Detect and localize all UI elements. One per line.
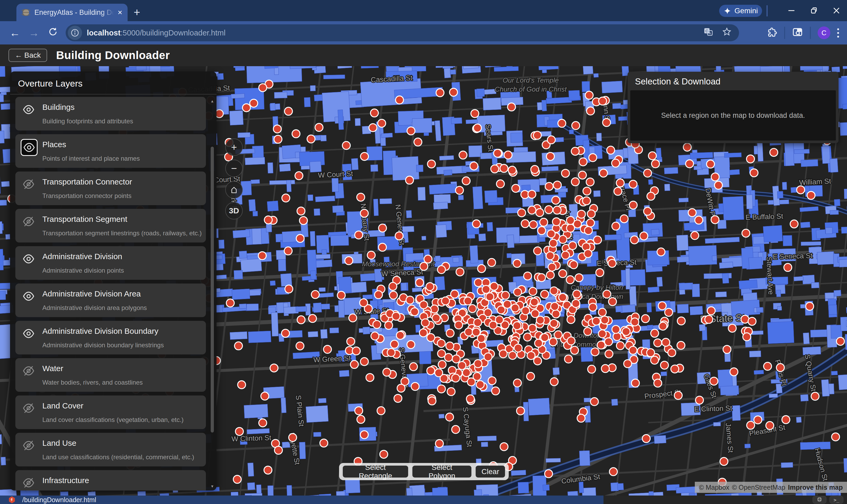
url-text: localhost:5000/buildingDownloader.html <box>87 29 226 37</box>
eye-icon[interactable] <box>21 139 38 156</box>
layer-item-land-cover[interactable]: Land CoverLand cover classifications (ve… <box>15 395 206 429</box>
url-host: localhost <box>87 29 121 37</box>
browser-window: EnergyAtlas - Building Downl × + Gemini … <box>0 0 847 504</box>
forward-nav-icon[interactable]: → <box>24 27 43 39</box>
select-polygon-button[interactable]: Select Polygon <box>412 466 471 478</box>
new-tab-button[interactable]: + <box>134 7 140 18</box>
sparkle-icon <box>723 7 731 15</box>
globe-favicon <box>22 8 30 17</box>
status-url-bubble: /buildingDownloader.html <box>0 496 603 504</box>
layer-description: Land cover classifications (vegetation, … <box>42 416 184 424</box>
zoom-in-button[interactable]: + <box>225 139 243 156</box>
browser-titlebar: EnergyAtlas - Building Downl × + Gemini <box>0 0 847 21</box>
minimize-button[interactable] <box>781 0 802 21</box>
site-info-icon[interactable] <box>68 26 82 40</box>
svg-text:A: A <box>708 31 711 35</box>
layer-item-transportation-segment[interactable]: Transportation SegmentTransportation seg… <box>15 209 206 242</box>
home-button[interactable] <box>225 181 243 199</box>
back-button[interactable]: ← Back <box>8 49 47 62</box>
improve-map-link[interactable]: Improve this map <box>788 484 843 491</box>
osm-attribution-link[interactable]: © OpenStreetMap <box>732 484 785 491</box>
profile-avatar[interactable]: C <box>817 26 830 39</box>
mapbox-attribution-link[interactable]: © Mapbox <box>699 484 729 491</box>
eye-icon[interactable] <box>22 327 35 340</box>
zoom-out-button[interactable]: − <box>225 160 243 177</box>
selection-panel-body: Select a region on the map to download d… <box>630 90 836 141</box>
svg-text:E Clinton St: E Clinton St <box>694 404 733 413</box>
layer-description: Transportation connector points <box>42 192 131 200</box>
overture-layers-panel: Overture Layers BuildingsBuilding footpr… <box>10 71 217 490</box>
eye-icon[interactable] <box>22 252 35 266</box>
gemini-label: Gemini <box>735 6 758 15</box>
back-nav-icon[interactable]: ← <box>5 27 24 39</box>
layer-description: Points of interest and place names <box>42 155 140 162</box>
map-canvas[interactable]: Cascadilla StCascadilla StW Court StCour… <box>0 66 847 496</box>
select-rectangle-button[interactable]: Select Rectangle <box>343 466 408 478</box>
layer-item-administrative-division-area[interactable]: Administrative Division AreaAdministrati… <box>15 284 206 317</box>
selection-download-panel: Selection & Download Select a region on … <box>628 72 839 143</box>
layer-name: Transportation Connector <box>42 177 132 186</box>
extensions-icon[interactable] <box>767 27 777 39</box>
layer-name: Land Use <box>42 438 76 448</box>
eye-off-icon[interactable] <box>22 215 35 229</box>
draw-toolbar: Select Rectangle Select Polygon Clear <box>339 463 509 480</box>
terminal-button[interactable]: >_ <box>830 496 843 503</box>
layer-item-administrative-division-boundary[interactable]: Administrative Division BoundaryAdminist… <box>15 321 206 355</box>
browser-tab[interactable]: EnergyAtlas - Building Downl × <box>16 4 128 21</box>
layer-item-buildings[interactable]: BuildingsBuilding footprints and attribu… <box>15 97 206 130</box>
side-search-icon[interactable] <box>792 27 803 39</box>
clear-button[interactable]: Clear <box>476 466 505 478</box>
eye-off-icon[interactable] <box>22 364 35 378</box>
eye-off-icon[interactable] <box>22 401 35 415</box>
eye-icon[interactable] <box>22 103 35 116</box>
layers-list: BuildingsBuilding footprints and attribu… <box>15 97 206 490</box>
layer-name: Places <box>42 140 66 149</box>
titlebar-separator <box>767 5 768 16</box>
selection-hint-text: Select a region on the map to download d… <box>661 111 805 120</box>
layer-description: Administrative division boundary linestr… <box>42 341 164 349</box>
translate-icon[interactable]: G A <box>704 27 713 39</box>
layer-item-transportation-connector[interactable]: Transportation ConnectorTransportation c… <box>15 172 206 205</box>
browser-toolbar: ← → localhost:5000/buildingDownloader.ht… <box>0 21 847 44</box>
toolbar-right-icons: C <box>767 21 847 44</box>
svg-text:E Seneca St: E Seneca St <box>597 258 637 267</box>
app-header: ← Back Building Downloader <box>0 44 847 66</box>
browser-menu-icon[interactable] <box>837 28 839 38</box>
layer-item-administrative-division[interactable]: Administrative DivisionAdministrative di… <box>15 246 206 280</box>
reload-icon[interactable] <box>43 27 62 39</box>
layers-panel-title: Overture Layers <box>10 71 217 94</box>
layer-description: Administrative division area polygons <box>42 304 147 311</box>
svg-text:E Buffalo St: E Buffalo St <box>745 212 783 221</box>
layer-name: Transportation Segment <box>42 215 127 224</box>
layer-name: Administrative Division Boundary <box>42 327 159 336</box>
tab-close-icon[interactable]: × <box>118 8 122 17</box>
layer-item-water[interactable]: WaterWater bodies, rivers, and coastline… <box>15 358 206 392</box>
eye-off-icon[interactable] <box>22 476 35 490</box>
divider <box>10 94 217 94</box>
layer-item-infrastructure[interactable]: InfrastructureInfrastructure features (u… <box>15 470 206 490</box>
eye-off-icon[interactable] <box>22 177 35 191</box>
layer-description: Administrative division points <box>42 267 124 274</box>
eye-off-icon[interactable] <box>22 438 35 452</box>
eye-icon[interactable] <box>22 289 35 303</box>
address-bar[interactable]: localhost:5000/buildingDownloader.html G… <box>66 24 739 41</box>
layer-item-land-use[interactable]: Land UseLand use classifications (reside… <box>15 433 206 466</box>
toolbar-separator2 <box>810 27 811 39</box>
layer-description: Building footprints and attributes <box>42 118 133 125</box>
tilt-3d-button[interactable]: 3D <box>225 202 243 219</box>
layer-description: Water bodies, rivers, and coastlines <box>42 379 143 386</box>
scrollbar-thumb[interactable] <box>211 147 214 433</box>
layer-name: Infrastructure <box>42 476 89 485</box>
layer-description: Land use classifications (residential, c… <box>42 453 194 461</box>
map-attribution: © Mapbox © OpenStreetMap Improve this ma… <box>695 482 847 493</box>
bookmark-star-icon[interactable] <box>722 27 732 39</box>
scroll-up-icon[interactable]: ▲ <box>210 99 214 103</box>
database-button[interactable] <box>813 496 826 503</box>
restore-button[interactable] <box>803 0 825 21</box>
gemini-button[interactable]: Gemini <box>719 5 762 17</box>
layer-item-places[interactable]: PlacesPoints of interest and place names <box>15 134 206 168</box>
scroll-down-icon[interactable]: ▼ <box>210 484 214 488</box>
close-button[interactable] <box>826 0 847 21</box>
svg-text:E Seneca St: E Seneca St <box>773 251 813 261</box>
layers-scrollbar[interactable]: ▲ ▼ <box>210 99 214 488</box>
